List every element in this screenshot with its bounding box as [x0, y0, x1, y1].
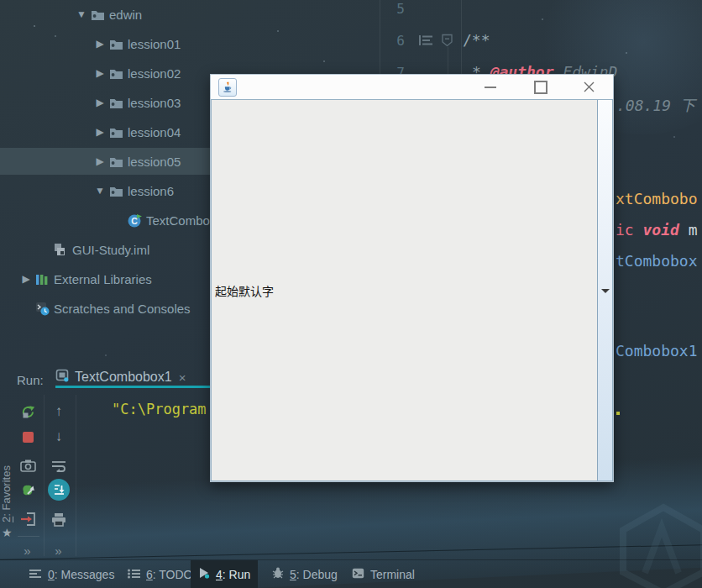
window-maximize-button[interactable] [524, 75, 558, 99]
code-type-fragment: tCombobox [616, 252, 698, 270]
fold-guide-line [448, 47, 448, 74]
toolbar-divider [18, 536, 39, 537]
console-text-fragment-dot [616, 412, 620, 415]
folder-icon [109, 127, 128, 138]
toolbar-divider [44, 395, 45, 556]
scroll-to-end-button[interactable] [48, 479, 70, 501]
line-number: 6 [385, 33, 405, 49]
java-app-window: 起始默认字 [210, 74, 614, 482]
tree-item-label: lession05 [128, 155, 181, 169]
folder-icon [109, 97, 128, 108]
run-play-icon [198, 567, 210, 581]
tool-window-button-debug[interactable]: 5: Debug [265, 560, 345, 588]
library-icon [35, 273, 54, 286]
folder-icon [109, 68, 128, 79]
folder-icon [91, 9, 109, 20]
tree-item-label: GUI-Study.iml [72, 243, 149, 257]
ide-screen: ▼ edwin ▶ lession01 ▶ lession02 ▶ lessio… [0, 0, 702, 588]
combobox-value[interactable]: 起始默认字 [215, 100, 274, 480]
soft-wrap-button[interactable] [50, 456, 68, 475]
tree-item-label: lession6 [128, 184, 174, 198]
chevron-down-icon [601, 289, 610, 293]
tree-item-label: Scratches and Consoles [54, 302, 191, 316]
toolbar-divider [76, 395, 76, 556]
run-tab-label: TextCombobox1 [75, 370, 172, 385]
run-console-icon [55, 369, 70, 386]
folder-icon [109, 39, 128, 50]
tree-item-label: lession03 [128, 96, 181, 110]
step-up-button[interactable]: ↑ [50, 402, 68, 421]
stop-button[interactable] [18, 428, 37, 446]
code-class-name-fragment: xtCombobo [616, 190, 698, 207]
chevron-right-icon[interactable]: ▶ [91, 126, 109, 138]
rerun-button[interactable] [18, 402, 37, 421]
close-icon[interactable]: × [179, 370, 186, 385]
code-main-method-fragment: ic void m [616, 221, 698, 239]
chevron-right-icon[interactable]: ▶ [91, 97, 109, 108]
run-tab-textcombobox1[interactable]: TextCombobox1 × [55, 367, 215, 387]
iml-file-icon [54, 243, 72, 256]
step-down-button[interactable]: ↓ [50, 428, 68, 446]
fold-marker-icon[interactable] [441, 34, 453, 50]
folder-icon [109, 186, 128, 197]
tool-window-button-run[interactable]: 4: Run [191, 560, 258, 588]
chevron-down-icon[interactable]: ▼ [91, 185, 109, 197]
more-actions-button[interactable]: » [50, 541, 68, 559]
chevron-right-icon[interactable]: ▶ [17, 273, 35, 285]
profiler-button[interactable] [18, 481, 37, 500]
active-tab-underline [55, 386, 214, 388]
window-title-bar[interactable] [211, 75, 613, 99]
java-coffee-cup-icon [218, 78, 237, 97]
gutter-divider [461, 0, 462, 74]
window-close-button[interactable] [572, 75, 605, 99]
window-content: 起始默认字 [211, 99, 613, 481]
tree-item-label: lession04 [128, 125, 181, 139]
bug-icon [272, 567, 284, 581]
tree-item-label: lession02 [128, 66, 181, 81]
tree-item-label: edwin [109, 8, 142, 22]
code-date-fragment: .08.19 下 [616, 93, 695, 115]
scratches-icon [35, 302, 54, 316]
bookmark-list-icon[interactable] [418, 34, 433, 50]
code-comment-open: /** [463, 31, 490, 49]
tool-window-button-todo[interactable]: 6: TODO [120, 560, 201, 588]
todo-list-icon [128, 568, 140, 581]
tree-item-label: TextCombo [146, 213, 210, 228]
chevron-right-icon[interactable]: ▶ [91, 38, 109, 50]
tree-item-label: lession01 [128, 37, 181, 51]
combobox-dropdown-button[interactable] [597, 100, 612, 480]
chevron-right-icon[interactable]: ▶ [91, 155, 109, 167]
tool-window-button-messages[interactable]: 0: Messages [22, 560, 122, 588]
star-icon[interactable]: ★ [2, 526, 13, 539]
window-minimize-button[interactable] [474, 75, 507, 99]
screenshot-button[interactable] [18, 456, 37, 475]
chevron-down-icon[interactable]: ▼ [72, 8, 91, 20]
exit-button[interactable] [18, 510, 37, 528]
console-output-text: "C:\Program [112, 401, 207, 417]
java-class-icon: C [128, 213, 146, 228]
run-panel-label: Run: [17, 373, 44, 387]
more-actions-button[interactable]: » [18, 541, 37, 559]
terminal-icon [352, 568, 364, 581]
tree-item-label: External Libraries [54, 272, 152, 286]
line-number: 5 [385, 1, 405, 17]
tool-window-button-favorites[interactable]: 2: Favorites [0, 460, 14, 528]
code-constructor-fragment: Combobox1 [616, 342, 698, 360]
chevron-right-icon[interactable]: ▶ [91, 67, 109, 79]
print-button[interactable] [50, 510, 68, 528]
messages-icon [29, 568, 42, 581]
status-bar: 0: Messages 6: TODO 4: Run 5: Debug Term… [0, 559, 702, 588]
tool-window-button-terminal[interactable]: Terminal [344, 560, 422, 588]
folder-icon [109, 156, 128, 167]
